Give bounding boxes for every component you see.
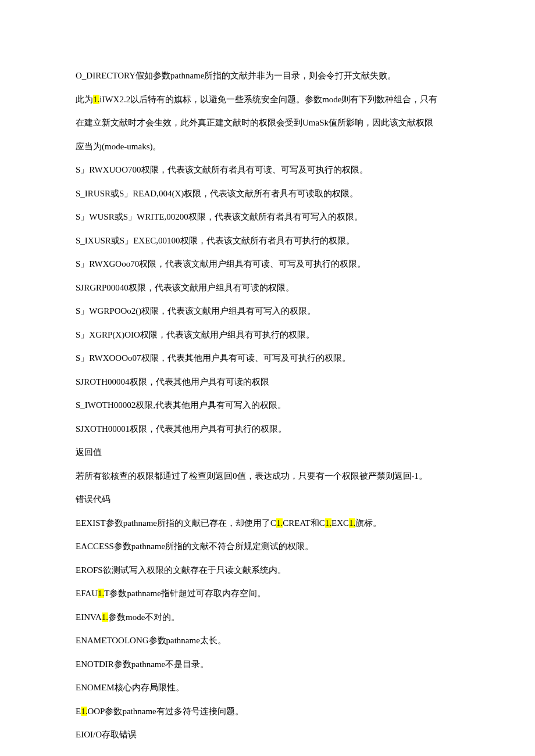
text-segment: iIWX2.2以后特有的旗标，以避免一些系统安全问题。参数mode则有下列数种组…: [99, 95, 437, 104]
text-segment: E: [76, 707, 81, 716]
text-segment: EFAU: [76, 589, 98, 598]
text-line: SJRGRP00040权限，代表该文献用户组具有可读的权限。: [76, 276, 459, 300]
text-line: SJXOTH00001权限，代表其他用户具有可执行的权限。: [76, 417, 459, 441]
text-segment: S」RWXOOOo07权限，代表其他用户具有可读、可写及可执行的权限。: [76, 353, 351, 363]
text-segment: T参数pathname指针超过可存取内存空间。: [104, 589, 265, 598]
text-line: 错误代码: [76, 488, 459, 511]
text-segment: S_IWOTH00002权限,代表其他用户具有可写入的权限。: [76, 400, 286, 410]
text-segment: ENAMETOOLONG参数pathname太长。: [76, 636, 226, 645]
text-line: S」XGRP(X)OIO权限，代表该文献用户组具有可执行的权限。: [76, 323, 459, 347]
text-line: 此为1.iIWX2.2以后特有的旗标，以避免一些系统安全问题。参数mode则有下…: [76, 88, 459, 112]
text-line: 返回值: [76, 440, 459, 464]
text-line: EINVA1.参数mode不对的。: [76, 605, 459, 629]
text-segment: OOP参数pathname有过多符号连接问题。: [87, 707, 243, 716]
text-segment: 若所有欲核查的权限都通过了检查则返回0值，表达成功，只要有一个权限被严禁则返回-…: [76, 471, 427, 481]
text-segment: 错误代码: [76, 495, 110, 504]
text-segment: SJXOTH00001权限，代表其他用户具有可执行的权限。: [76, 424, 287, 433]
text-segment: 参数mode不对的。: [108, 612, 180, 622]
highlight-text: 1.: [276, 518, 283, 528]
text-segment: EROFS欲测试写入权限的文献存在于只读文献系统内。: [76, 565, 286, 575]
text-segment: S」WGRPOOo2()权限，代表该文献用户组具有可写入的权限。: [76, 306, 316, 316]
text-line: S」RWXGOoo70权限，代表该文献用户组具有可读、可写及可执行的权限。: [76, 252, 459, 276]
text-line: S_IXUSR或S」EXEC,00100权限，代表该文献所有者具有可执行的权限。: [76, 229, 459, 253]
text-line: 若所有欲核查的权限都通过了检查则返回0值，表达成功，只要有一个权限被严禁则返回-…: [76, 464, 459, 488]
highlight-text: 1.: [81, 707, 87, 716]
text-line: S」RWXUOO700权限，代表该文献所有者具有可读、可写及可执行的权限。: [76, 158, 459, 182]
highlight-text: 1.: [93, 95, 99, 104]
text-segment: ENOMEM核心内存局限性。: [76, 683, 184, 692]
text-segment: O_DIRECTORY假如参数pathname所指的文献并非为一目录，则会令打开…: [76, 71, 396, 80]
text-segment: 此为: [76, 95, 93, 104]
text-line: 在建立新文献时才会生效，此外真正建文献时的权限会受到UmaSk值所影响，因此该文…: [76, 111, 459, 135]
text-segment: S」RWXGOoo70权限，代表该文献用户组具有可读、可写及可执行的权限。: [76, 259, 366, 268]
text-line: S」WGRPOOo2()权限，代表该文献用户组具有可写入的权限。: [76, 299, 459, 323]
text-line: S_IRUSR或S」READ,004(X)权限，代表该文献所有者具有可读取的权限…: [76, 182, 459, 206]
text-line: ENOTDIR参数pathname不是目录。: [76, 653, 459, 676]
text-line: EEXIST参数pathname所指的文献已存在，却使用了C1.CREAT和C1…: [76, 511, 459, 535]
text-line: EACCESS参数pathname所指的文献不符合所规定测试的权限。: [76, 535, 459, 558]
text-segment: 返回值: [76, 447, 102, 457]
text-line: O_DIRECTORY假如参数pathname所指的文献并非为一目录，则会令打开…: [76, 64, 459, 88]
text-segment: 应当为(mode-umaks)。: [76, 142, 161, 151]
highlight-text: 1.: [349, 518, 355, 528]
text-line: E1.OOP参数pathname有过多符号连接问题。: [76, 700, 459, 723]
text-segment: SJRGRP00040权限，代表该文献用户组具有可读的权限。: [76, 283, 294, 292]
text-segment: 在建立新文献时才会生效，此外真正建文献时的权限会受到UmaSk值所影响，因此该文…: [76, 118, 433, 127]
text-segment: S_IRUSR或S」READ,004(X)权限，代表该文献所有者具有可读取的权限…: [76, 189, 358, 198]
text-line: S」RWXOOOo07权限，代表其他用户具有可读、可写及可执行的权限。: [76, 346, 459, 370]
highlight-text: 1.: [325, 518, 331, 528]
text-segment: S_IXUSR或S」EXEC,00100权限，代表该文献所有者具有可执行的权限。: [76, 236, 355, 245]
text-segment: S」RWXUOO700权限，代表该文献所有者具有可读、可写及可执行的权限。: [76, 165, 368, 174]
text-line: S」WUSR或S」WRITE,00200权限，代表该文献所有者具有可写入的权限。: [76, 205, 459, 229]
text-segment: EINVA: [76, 612, 102, 622]
text-line: EFAU1.T参数pathname指针超过可存取内存空间。: [76, 582, 459, 605]
text-segment: EEXIST参数pathname所指的文献已存在，却使用了C: [76, 518, 276, 528]
text-segment: EACCESS参数pathname所指的文献不符合所规定测试的权限。: [76, 542, 313, 551]
text-segment: 旗标。: [355, 518, 381, 528]
text-segment: EXC: [331, 518, 349, 528]
text-line: S_IWOTH00002权限,代表其他用户具有可写入的权限。: [76, 393, 459, 417]
highlight-text: 1.: [102, 612, 108, 622]
text-line: EROFS欲测试写入权限的文献存在于只读文献系统内。: [76, 558, 459, 582]
text-line: ENAMETOOLONG参数pathname太长。: [76, 629, 459, 653]
text-segment: SJROTH00004权限，代表其他用户具有可读的权限: [76, 377, 269, 386]
text-segment: EIOI/O存取错误: [76, 730, 137, 739]
document-page: O_DIRECTORY假如参数pathname所指的文献并非为一目录，则会令打开…: [0, 0, 535, 756]
text-line: ENOMEM核心内存局限性。: [76, 676, 459, 700]
text-line: 应当为(mode-umaks)。: [76, 135, 459, 159]
text-segment: ENOTDIR参数pathname不是目录。: [76, 660, 209, 669]
text-line: EIOI/O存取错误: [76, 723, 459, 747]
highlight-text: 1.: [98, 589, 104, 598]
text-segment: S」XGRP(X)OIO权限，代表该文献用户组具有可执行的权限。: [76, 330, 315, 339]
text-segment: CREAT和C: [283, 518, 325, 528]
text-line: SJROTH00004权限，代表其他用户具有可读的权限: [76, 370, 459, 394]
text-segment: S」WUSR或S」WRITE,00200权限，代表该文献所有者具有可写入的权限。: [76, 212, 363, 221]
